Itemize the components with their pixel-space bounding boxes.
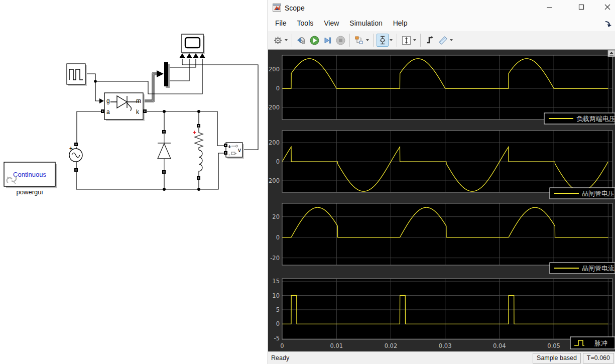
menu-file[interactable]: File <box>272 17 290 29</box>
toolbar <box>268 31 615 50</box>
gate-arrowhead <box>99 98 104 103</box>
y-tick-label: 5 <box>276 306 280 313</box>
scope-subplot-4[interactable]: -5051015 <box>272 278 612 342</box>
signal-selector-button[interactable] <box>353 34 365 47</box>
powergui-block[interactable]: Continuous <box>4 162 57 188</box>
cursor-measurements-icon <box>379 36 387 45</box>
legend-3[interactable]: 晶闸管电流 <box>550 263 615 274</box>
x-tick-label: 0.04 <box>493 342 506 349</box>
y-tick-label: -200 <box>268 177 280 184</box>
highlight-block-icon <box>297 36 306 45</box>
scope-subplot-1[interactable]: -2000200 <box>268 55 612 119</box>
title-bar[interactable]: Scope <box>268 0 615 17</box>
pulse-generator-block[interactable] <box>67 64 87 86</box>
fit-to-view-dropdown[interactable] <box>413 39 416 41</box>
voltage-measurement-block[interactable]: + - v <box>226 143 244 159</box>
measurements-dropdown[interactable] <box>450 39 453 41</box>
trigger-button[interactable] <box>424 34 436 47</box>
measurements-button[interactable] <box>437 34 449 47</box>
scope-block[interactable] <box>179 34 205 58</box>
y-tick-label: 0 <box>276 320 280 327</box>
vmeas-minus-label: - <box>228 151 230 157</box>
scope-window: Scope FileToolsViewSimulationHelp <box>268 0 615 364</box>
legend-label: 晶闸管电流 <box>582 265 614 272</box>
model-diagram: g a m k + <box>0 0 268 364</box>
y-tick-label: 0 <box>276 158 280 165</box>
highlight-simulink-block-button[interactable] <box>295 34 307 47</box>
x-tick-label: 0 <box>280 342 284 349</box>
ruler-icon <box>438 36 448 45</box>
window-title: Scope <box>285 4 305 12</box>
simulink-model-canvas[interactable]: g a m k + <box>0 0 268 364</box>
y-tick-label: 15 <box>272 278 280 285</box>
axes-corner-button[interactable] <box>608 50 615 57</box>
stop-button[interactable] <box>334 34 346 47</box>
scope-plot-area[interactable]: -2000200负载两端电压-2000200晶闸管电压-20020晶闸管电流-5… <box>268 50 615 351</box>
x-tick-label: 0.01 <box>330 342 343 349</box>
run-icon <box>310 36 319 45</box>
fit-to-view-button[interactable] <box>400 34 412 47</box>
sample-mode-indicator: Sample based <box>533 353 581 363</box>
toolbar-separator <box>420 34 421 47</box>
toolbar-separator <box>349 34 350 47</box>
thyristor-block[interactable]: g a m k <box>104 93 145 121</box>
legend-1[interactable]: 负载两端电压 <box>544 113 615 124</box>
signal-selector-dropdown[interactable] <box>366 39 369 41</box>
connection-ports <box>74 109 227 180</box>
fit-to-view-icon <box>402 36 411 45</box>
screen: g a m k + <box>0 0 615 364</box>
wire-pulse-to-gate <box>85 74 99 101</box>
stop-icon <box>336 36 345 45</box>
step-forward-icon <box>323 36 332 45</box>
y-tick-label: 200 <box>269 66 280 73</box>
menu-tools[interactable]: Tools <box>294 17 317 29</box>
x-tick-label: 0.05 <box>547 342 560 349</box>
menu-view[interactable]: View <box>320 17 342 29</box>
cursor-measurements-dropdown[interactable] <box>390 39 393 41</box>
demux-block[interactable] <box>164 62 170 88</box>
maximize-icon <box>578 4 584 10</box>
scope-app-icon <box>273 4 281 12</box>
menu-simulation[interactable]: Simulation <box>346 17 386 29</box>
settings-dropdown[interactable] <box>285 39 288 41</box>
wire-demux-out2 <box>168 59 189 81</box>
menu-help[interactable]: Help <box>390 17 411 29</box>
scope-subplot-3[interactable]: -20020 <box>270 203 612 265</box>
y-tick-label: 10 <box>272 292 280 299</box>
y-tick-label: 20 <box>272 213 280 220</box>
scope-subplot-2[interactable]: -2000200 <box>268 131 612 192</box>
dock-arrow-icon[interactable] <box>604 20 613 28</box>
minimize-icon <box>546 4 552 10</box>
legend-4[interactable]: 脉冲 <box>570 337 615 349</box>
sim-time-indicator: T=0.060 <box>583 353 614 363</box>
bus-arrowhead <box>157 70 164 77</box>
vmeas-v-label: v <box>238 147 241 154</box>
wire-anode-source <box>77 111 101 143</box>
minimize-button[interactable] <box>542 3 557 14</box>
y-tick-label: 200 <box>269 139 280 146</box>
run-button[interactable] <box>308 34 320 47</box>
gear-icon <box>274 36 282 45</box>
y-tick-label: 0 <box>276 234 280 241</box>
maximize-button[interactable] <box>574 3 589 14</box>
status-text: Ready <box>271 354 289 361</box>
status-bar: Ready Sample based T=0.060 <box>268 351 615 364</box>
trigger-icon <box>425 36 434 45</box>
port-label-k: k <box>136 108 140 115</box>
port-label-g: g <box>106 97 110 104</box>
legend-2[interactable]: 晶闸管电压 <box>550 188 615 199</box>
close-icon <box>604 4 610 10</box>
toolbar-separator <box>397 34 397 47</box>
wire-top-rail <box>147 111 224 146</box>
diode-block[interactable] <box>158 134 171 170</box>
close-button[interactable] <box>600 3 615 14</box>
cursor-measurements-button[interactable] <box>377 34 389 47</box>
ac-voltage-source-block[interactable]: + <box>69 145 82 162</box>
toolbar-separator <box>292 34 292 47</box>
port-label-a: a <box>106 108 110 115</box>
step-forward-button[interactable] <box>321 34 333 47</box>
x-tick-label: 0.03 <box>439 342 452 349</box>
legend-label: 晶闸管电压 <box>582 190 614 197</box>
settings-button[interactable] <box>272 34 284 47</box>
signal-selector-icon <box>354 36 363 45</box>
